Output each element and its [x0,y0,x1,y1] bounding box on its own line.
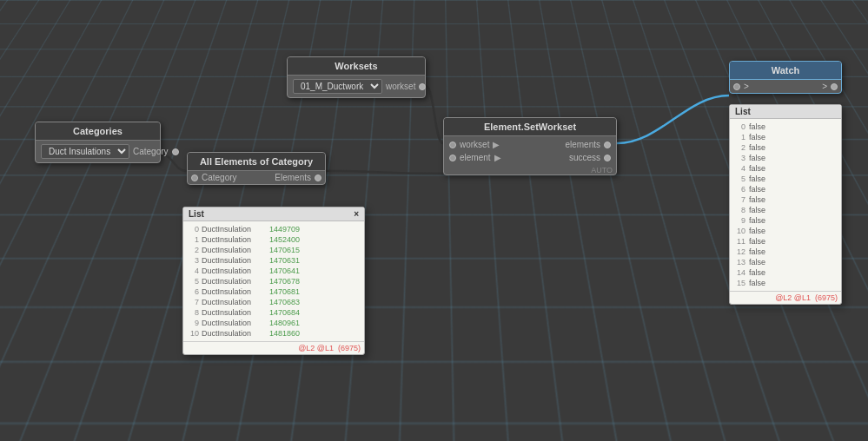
setworkset-success-output-port[interactable] [604,155,611,161]
list-footer-count: (6975) [338,344,361,352]
watch-item: 3 false [733,153,838,163]
watch-item-idx: 3 [733,154,745,162]
watch-item-idx: 2 [733,143,745,152]
all-elements-output-port[interactable] [315,174,321,181]
watch-item-val: false [749,154,765,162]
list-item: 10 DuctInsulation 1481860 [187,328,361,339]
list-item-idx: 5 [187,277,199,286]
list-item-idx: 2 [187,246,199,254]
list-item: 3 DuctInsulation 1470631 [187,255,361,266]
watch-item: 5 false [733,174,838,184]
all-elements-input-port[interactable] [191,174,198,181]
all-elements-node: All Elements of Category Category Elemen… [187,152,326,185]
watch-item-val: false [749,227,765,235]
watch-node: Watch > > [729,61,842,94]
setworkset-elements-output-port[interactable] [604,142,611,148]
list-item: 2 DuctInsulation 1470615 [187,245,361,255]
watch-item-val: false [749,206,765,214]
list-item-val: 1452400 [269,235,300,244]
list-item-type: DuctInsulation [202,319,267,327]
worksets-node: Worksets 01_M_Ductwork workset [287,56,426,98]
watch-item-val: false [749,195,765,204]
watch-item: 9 false [733,215,838,226]
all-elements-output-label: Elements [275,173,311,182]
setworkset-elements-output-label: elements [565,140,600,149]
watch-item: 12 false [733,247,838,257]
setworkset-workset-input-port[interactable] [449,142,456,148]
watch-popup-body: 0 false 1 false 2 false 3 false 4 false … [730,119,841,291]
watch-item-idx: 6 [733,185,745,194]
list-popup-header: List × [183,207,364,221]
watch-item-idx: 11 [733,237,745,246]
list-item-val: 1470683 [269,298,300,306]
list-popup-close[interactable]: × [354,209,359,219]
worksets-output-port[interactable] [419,83,426,90]
list-item-type: DuctInsulation [202,298,267,306]
watch-item-idx: 14 [733,268,745,277]
watch-item-idx: 13 [733,258,745,267]
watch-popup: List 0 false 1 false 2 false 3 false 4 f… [729,104,842,305]
list-item-val: 1470681 [269,287,300,296]
watch-item: 2 false [733,142,838,153]
watch-item-val: false [749,258,765,267]
list-item-val: 1481860 [269,329,300,338]
list-item-type: DuctInsulation [202,277,267,286]
list-item-val: 1470615 [269,246,300,254]
watch-item-idx: 9 [733,216,745,225]
setworkset-workset-label: workset [460,140,489,149]
categories-dropdown[interactable]: Duct Insulations [41,144,129,159]
watch-item-idx: 1 [733,133,745,142]
list-item: 8 DuctInsulation 1470684 [187,307,361,318]
watch-item: 1 false [733,132,838,142]
watch-item-idx: 12 [733,247,745,256]
watch-item: 0 false [733,122,838,132]
watch-item-idx: 7 [733,195,745,204]
list-item-val: 1470631 [269,256,300,265]
watch-item-idx: 4 [733,164,745,173]
watch-item-idx: 15 [733,279,745,287]
list-item-type: DuctInsulation [202,287,267,296]
watch-item: 8 false [733,205,838,215]
watch-item-idx: 0 [733,122,745,131]
watch-node-header: Watch [730,62,841,80]
watch-item: 15 false [733,278,838,288]
watch-item-val: false [749,122,765,131]
list-item-type: DuctInsulation [202,235,267,244]
list-item-type: DuctInsulation [202,256,267,265]
watch-input-port[interactable] [733,83,740,90]
list-item-idx: 0 [187,225,199,234]
worksets-output-label: workset [386,82,415,91]
setworkset-node-header: Element.SetWorkset [444,118,616,136]
all-elements-node-header: All Elements of Category [188,153,325,171]
watch-footer-count: (6975) [815,293,838,302]
worksets-dropdown[interactable]: 01_M_Ductwork [293,79,382,94]
watch-item-val: false [749,185,765,194]
watch-item: 6 false [733,184,838,194]
list-item: 1 DuctInsulation 1452400 [187,234,361,245]
categories-output-label: Category [133,147,169,156]
watch-port-row: > > [730,80,841,93]
list-popup: List × 0 DuctInsulation 1449709 1 DuctIn… [182,207,365,355]
list-item: 6 DuctInsulation 1470681 [187,286,361,297]
watch-output-arrow: > [822,82,827,91]
watch-item-val: false [749,133,765,142]
list-item-type: DuctInsulation [202,308,267,317]
list-item: 4 DuctInsulation 1470641 [187,266,361,276]
setworkset-element-input-port[interactable] [449,155,456,161]
categories-node: Categories Duct Insulations Category [35,122,161,163]
watch-input-arrow: > [744,82,749,91]
list-item: 7 DuctInsulation 1470683 [187,297,361,307]
watch-footer-label: @L2 @L1 [775,293,811,302]
watch-output-port[interactable] [831,83,838,90]
list-item: 0 DuctInsulation 1449709 [187,224,361,234]
list-footer-label: @L2 @L1 [298,344,334,352]
list-popup-title: List [189,209,204,219]
all-elements-input-label: Category [202,173,237,182]
setworkset-auto-label: AUTO [444,166,616,174]
watch-item: 7 false [733,194,838,205]
categories-output-port[interactable] [172,148,179,155]
list-item-idx: 9 [187,319,199,327]
categories-node-header: Categories [36,122,160,141]
list-item-type: DuctInsulation [202,225,267,234]
list-item-val: 1449709 [269,225,300,234]
